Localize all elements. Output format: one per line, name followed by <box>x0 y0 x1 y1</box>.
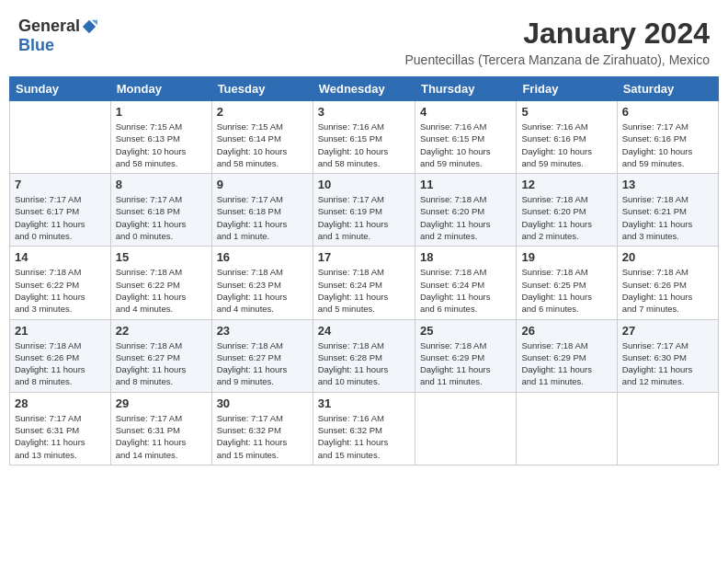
calendar-cell: 8Sunrise: 7:17 AMSunset: 6:18 PMDaylight… <box>110 174 211 247</box>
day-number: 14 <box>15 250 106 264</box>
calendar-cell: 4Sunrise: 7:16 AMSunset: 6:15 PMDaylight… <box>415 101 516 174</box>
calendar-cell: 13Sunrise: 7:18 AMSunset: 6:21 PMDayligh… <box>617 174 718 247</box>
calendar-cell: 29Sunrise: 7:17 AMSunset: 6:31 PMDayligh… <box>110 392 211 465</box>
day-info: Sunrise: 7:17 AMSunset: 6:19 PMDaylight:… <box>318 193 410 242</box>
day-info: Sunrise: 7:15 AMSunset: 6:13 PMDaylight:… <box>116 121 207 169</box>
day-info: Sunrise: 7:18 AMSunset: 6:28 PMDaylight:… <box>318 339 410 388</box>
calendar-cell: 21Sunrise: 7:18 AMSunset: 6:26 PMDayligh… <box>10 319 111 392</box>
day-info: Sunrise: 7:18 AMSunset: 6:24 PMDaylight:… <box>318 266 410 315</box>
calendar-cell: 18Sunrise: 7:18 AMSunset: 6:24 PMDayligh… <box>415 247 516 319</box>
day-number: 4 <box>420 105 511 119</box>
day-info: Sunrise: 7:18 AMSunset: 6:20 PMDaylight:… <box>521 193 611 242</box>
day-info: Sunrise: 7:18 AMSunset: 6:22 PMDaylight:… <box>116 266 207 315</box>
day-number: 20 <box>622 250 713 264</box>
day-info: Sunrise: 7:18 AMSunset: 6:26 PMDaylight:… <box>622 266 713 315</box>
day-info: Sunrise: 7:18 AMSunset: 6:29 PMDaylight:… <box>420 339 511 388</box>
calendar-cell: 6Sunrise: 7:17 AMSunset: 6:16 PMDaylight… <box>617 101 718 174</box>
calendar-cell: 15Sunrise: 7:18 AMSunset: 6:22 PMDayligh… <box>110 247 211 319</box>
day-number: 15 <box>116 250 207 264</box>
day-number: 28 <box>15 396 106 410</box>
calendar-cell: 10Sunrise: 7:17 AMSunset: 6:19 PMDayligh… <box>313 174 415 247</box>
day-number: 19 <box>521 250 611 264</box>
day-info: Sunrise: 7:16 AMSunset: 6:15 PMDaylight:… <box>420 121 511 169</box>
calendar-cell: 7Sunrise: 7:17 AMSunset: 6:17 PMDaylight… <box>10 174 111 247</box>
day-number: 27 <box>622 324 713 338</box>
logo-general-text: General <box>18 17 80 36</box>
day-number: 6 <box>622 105 713 119</box>
column-header-saturday: Saturday <box>617 77 718 101</box>
column-header-tuesday: Tuesday <box>211 77 313 101</box>
day-number: 18 <box>420 250 511 264</box>
logo: General Blue <box>18 17 97 55</box>
calendar-cell: 12Sunrise: 7:18 AMSunset: 6:20 PMDayligh… <box>517 174 617 247</box>
calendar-cell: 16Sunrise: 7:18 AMSunset: 6:23 PMDayligh… <box>211 247 313 319</box>
svg-marker-0 <box>83 19 96 32</box>
calendar-cell: 26Sunrise: 7:18 AMSunset: 6:29 PMDayligh… <box>517 319 617 392</box>
page-header: General Blue January 2024 Puentecillas (… <box>9 9 719 71</box>
calendar-cell: 28Sunrise: 7:17 AMSunset: 6:31 PMDayligh… <box>10 392 111 465</box>
day-info: Sunrise: 7:17 AMSunset: 6:31 PMDaylight:… <box>15 412 106 461</box>
day-number: 11 <box>420 178 511 191</box>
day-info: Sunrise: 7:18 AMSunset: 6:26 PMDaylight:… <box>15 339 106 388</box>
day-number: 23 <box>217 324 308 338</box>
day-info: Sunrise: 7:16 AMSunset: 6:15 PMDaylight:… <box>318 121 410 169</box>
calendar-cell <box>617 392 718 465</box>
day-number: 26 <box>521 324 611 338</box>
calendar-week-3: 14Sunrise: 7:18 AMSunset: 6:22 PMDayligh… <box>10 247 719 319</box>
day-number: 24 <box>318 324 410 338</box>
day-number: 12 <box>521 178 611 191</box>
calendar-cell: 14Sunrise: 7:18 AMSunset: 6:22 PMDayligh… <box>10 247 111 319</box>
day-info: Sunrise: 7:18 AMSunset: 6:22 PMDaylight:… <box>15 266 106 315</box>
title-section: January 2024 Puentecillas (Tercera Manza… <box>405 17 711 67</box>
day-info: Sunrise: 7:17 AMSunset: 6:18 PMDaylight:… <box>217 193 308 242</box>
day-number: 17 <box>318 250 410 264</box>
column-header-thursday: Thursday <box>415 77 516 101</box>
calendar-cell: 19Sunrise: 7:18 AMSunset: 6:25 PMDayligh… <box>517 247 617 319</box>
calendar-week-1: 1Sunrise: 7:15 AMSunset: 6:13 PMDaylight… <box>10 101 719 174</box>
day-info: Sunrise: 7:17 AMSunset: 6:32 PMDaylight:… <box>217 412 308 461</box>
calendar-week-2: 7Sunrise: 7:17 AMSunset: 6:17 PMDaylight… <box>10 174 719 247</box>
calendar-cell: 5Sunrise: 7:16 AMSunset: 6:16 PMDaylight… <box>517 101 617 174</box>
column-header-wednesday: Wednesday <box>313 77 415 101</box>
day-info: Sunrise: 7:18 AMSunset: 6:29 PMDaylight:… <box>521 339 611 388</box>
day-number: 5 <box>521 105 611 119</box>
day-number: 22 <box>116 324 207 338</box>
calendar-cell <box>10 101 111 174</box>
calendar-cell: 17Sunrise: 7:18 AMSunset: 6:24 PMDayligh… <box>313 247 415 319</box>
day-number: 30 <box>217 396 308 410</box>
calendar-cell: 11Sunrise: 7:18 AMSunset: 6:20 PMDayligh… <box>415 174 516 247</box>
column-header-sunday: Sunday <box>10 77 111 101</box>
calendar-cell: 27Sunrise: 7:17 AMSunset: 6:30 PMDayligh… <box>617 319 718 392</box>
day-info: Sunrise: 7:17 AMSunset: 6:17 PMDaylight:… <box>15 193 106 242</box>
day-info: Sunrise: 7:18 AMSunset: 6:25 PMDaylight:… <box>521 266 611 315</box>
day-info: Sunrise: 7:17 AMSunset: 6:16 PMDaylight:… <box>622 121 713 169</box>
day-number: 25 <box>420 324 511 338</box>
day-info: Sunrise: 7:18 AMSunset: 6:20 PMDaylight:… <box>420 193 511 242</box>
day-info: Sunrise: 7:18 AMSunset: 6:21 PMDaylight:… <box>622 193 713 242</box>
calendar-week-4: 21Sunrise: 7:18 AMSunset: 6:26 PMDayligh… <box>10 319 719 392</box>
calendar-cell: 9Sunrise: 7:17 AMSunset: 6:18 PMDaylight… <box>211 174 313 247</box>
calendar-cell: 24Sunrise: 7:18 AMSunset: 6:28 PMDayligh… <box>313 319 415 392</box>
calendar-cell <box>415 392 516 465</box>
day-number: 21 <box>15 324 106 338</box>
calendar-cell: 31Sunrise: 7:16 AMSunset: 6:32 PMDayligh… <box>313 392 415 465</box>
day-info: Sunrise: 7:18 AMSunset: 6:27 PMDaylight:… <box>217 339 308 388</box>
day-number: 1 <box>116 105 207 119</box>
day-info: Sunrise: 7:17 AMSunset: 6:31 PMDaylight:… <box>116 412 207 461</box>
day-number: 3 <box>318 105 410 119</box>
day-info: Sunrise: 7:18 AMSunset: 6:23 PMDaylight:… <box>217 266 308 315</box>
day-number: 8 <box>116 178 207 191</box>
calendar-header-row: SundayMondayTuesdayWednesdayThursdayFrid… <box>10 77 719 101</box>
logo-icon <box>81 18 97 35</box>
day-info: Sunrise: 7:18 AMSunset: 6:24 PMDaylight:… <box>420 266 511 315</box>
calendar-cell <box>517 392 617 465</box>
calendar-cell: 2Sunrise: 7:15 AMSunset: 6:14 PMDaylight… <box>211 101 313 174</box>
calendar-cell: 3Sunrise: 7:16 AMSunset: 6:15 PMDaylight… <box>313 101 415 174</box>
day-info: Sunrise: 7:18 AMSunset: 6:27 PMDaylight:… <box>116 339 207 388</box>
calendar-table: SundayMondayTuesdayWednesdayThursdayFrid… <box>9 76 719 465</box>
day-info: Sunrise: 7:15 AMSunset: 6:14 PMDaylight:… <box>217 121 308 169</box>
day-info: Sunrise: 7:17 AMSunset: 6:30 PMDaylight:… <box>622 339 713 388</box>
day-number: 31 <box>318 396 410 410</box>
calendar-cell: 22Sunrise: 7:18 AMSunset: 6:27 PMDayligh… <box>110 319 211 392</box>
day-info: Sunrise: 7:16 AMSunset: 6:32 PMDaylight:… <box>318 412 410 461</box>
